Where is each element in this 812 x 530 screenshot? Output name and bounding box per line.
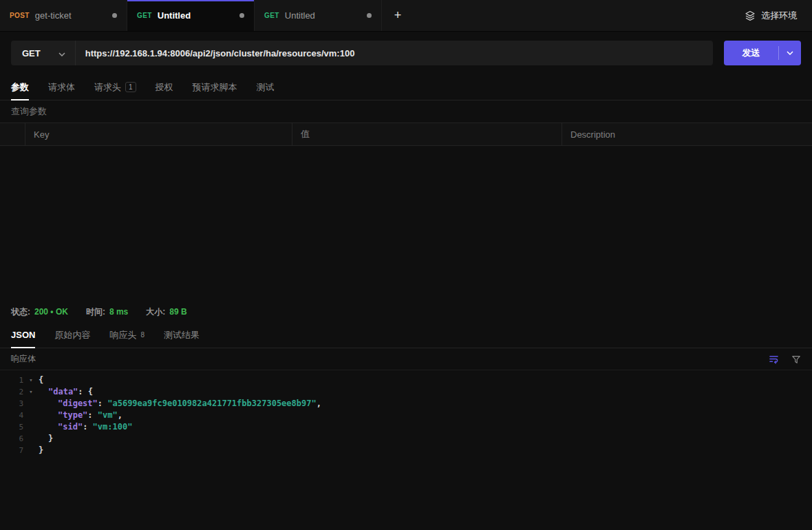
code-token: : <box>98 399 107 408</box>
request-tab[interactable]: 授权 <box>156 74 173 100</box>
editor-tab[interactable]: GETUntitled <box>255 0 382 31</box>
tab-title: get-ticket <box>35 10 107 21</box>
line-number: 4 <box>0 410 23 421</box>
fold-toggle-icon <box>23 398 39 410</box>
code-line-content: } <box>39 433 53 445</box>
send-button[interactable]: 发送 <box>724 47 778 59</box>
request-tab[interactable]: 预请求脚本 <box>193 74 237 100</box>
url-input[interactable] <box>76 41 713 65</box>
code-line: 5"sid": "vm:100" <box>0 421 812 433</box>
status-value: 200 • OK <box>34 307 68 317</box>
code-line-content: "data": { <box>39 386 93 398</box>
request-bar: GET 发送 <box>0 32 812 74</box>
status-time-item: 时间: 8 ms <box>86 306 128 318</box>
code-token: : <box>87 410 97 420</box>
response-tab-label: 测试结果 <box>164 329 200 341</box>
param-column-header: Key <box>25 123 292 145</box>
request-section-tabs: 参数请求体请求头1授权预请求脚本测试 <box>0 74 812 100</box>
code-token: "digest" <box>58 399 98 408</box>
request-tab[interactable]: 测试 <box>257 74 275 100</box>
fold-toggle-icon <box>23 433 39 445</box>
code-token: , <box>118 410 122 420</box>
code-line-content: "type": "vm", <box>39 410 122 421</box>
fold-toggle-icon <box>23 410 39 421</box>
code-token: "vm:100" <box>93 422 133 432</box>
tab-method-label: GET <box>264 12 279 19</box>
fold-toggle-icon[interactable]: ▾ <box>23 386 39 398</box>
request-tab-label: 授权 <box>156 81 173 94</box>
response-tab-label: JSON <box>11 330 35 340</box>
response-tab[interactable]: JSON <box>11 322 35 348</box>
request-tab[interactable]: 参数 <box>11 74 29 100</box>
response-body-toolbar <box>769 354 801 364</box>
response-tab-label: 响应头 <box>109 329 136 341</box>
environment-selector-label: 选择环境 <box>761 10 797 22</box>
line-number: 1 <box>0 374 23 386</box>
response-tab[interactable]: 响应头8 <box>109 322 145 348</box>
editor-tab[interactable]: POSTget-ticket <box>0 0 127 31</box>
param-column-header: Description <box>562 123 812 145</box>
response-tab[interactable]: 测试结果 <box>164 322 200 348</box>
code-token: : <box>83 422 92 432</box>
fold-toggle-icon <box>23 421 39 433</box>
response-section-tabs: JSON原始内容响应头8测试结果 <box>0 322 812 348</box>
fold-toggle-icon <box>23 445 39 456</box>
url-group: GET <box>11 41 713 65</box>
unsaved-indicator-dot <box>112 13 117 18</box>
query-params-title: 查询参数 <box>0 100 812 123</box>
editor-tab[interactable]: GETUntitled <box>127 0 255 31</box>
tab-title: Untitled <box>285 10 361 21</box>
response-body-bar: 响应体 <box>0 348 812 370</box>
request-tab-label: 测试 <box>257 81 275 94</box>
code-token: "a5699ea9fc9e010982a421771fbb327305ee8b9… <box>107 399 316 408</box>
response-tab[interactable]: 原始内容 <box>54 322 90 348</box>
tab-title: Untitled <box>158 10 234 21</box>
fold-toggle-icon[interactable]: ▾ <box>23 374 39 386</box>
code-token: { <box>88 387 93 396</box>
line-number: 2 <box>0 386 23 398</box>
code-token: "type" <box>58 410 87 420</box>
params-table-empty-area <box>0 146 812 301</box>
code-token: { <box>39 375 43 385</box>
code-token: , <box>317 399 321 408</box>
size-label: 大小: <box>146 306 165 318</box>
time-value: 8 ms <box>109 307 128 317</box>
method-select-value: GET <box>22 48 41 59</box>
status-label: 状态: <box>11 306 30 318</box>
send-options-button[interactable] <box>779 51 801 55</box>
code-line-content: { <box>39 374 43 386</box>
wrap-lines-icon[interactable] <box>769 354 779 364</box>
add-tab-button[interactable]: + <box>382 0 414 31</box>
request-tab[interactable]: 请求体 <box>48 74 75 100</box>
code-token: : <box>78 387 87 396</box>
code-line: 2▾"data": { <box>0 386 812 398</box>
code-token: } <box>48 434 53 443</box>
editor-tab-strip: POSTget-ticketGETUntitledGETUntitled <box>0 0 382 31</box>
line-number: 5 <box>0 421 23 433</box>
request-tab-badge: 1 <box>125 82 136 92</box>
status-size-item: 大小: 89 B <box>146 306 186 318</box>
method-select[interactable]: GET <box>11 41 76 65</box>
param-select-cell <box>0 123 25 145</box>
response-body-code: 1▾{2▾"data": {3"digest": "a5699ea9fc9e01… <box>0 370 812 530</box>
request-tab-label: 参数 <box>11 81 29 94</box>
response-tab-label: 原始内容 <box>54 329 90 341</box>
code-token: "data" <box>48 387 78 396</box>
request-tab-label: 请求体 <box>48 81 75 94</box>
environment-selector[interactable]: 选择环境 <box>729 0 812 31</box>
request-tab-label: 预请求脚本 <box>193 81 237 94</box>
status-code-item: 状态: 200 • OK <box>11 306 68 318</box>
chevron-down-icon <box>58 47 65 59</box>
filter-icon[interactable] <box>791 354 801 364</box>
code-token: } <box>39 445 43 455</box>
code-line-content: } <box>39 445 43 456</box>
request-tab[interactable]: 请求头1 <box>94 74 136 100</box>
response-status-bar: 状态: 200 • OK 时间: 8 ms 大小: 89 B <box>0 301 812 322</box>
code-line: 3"digest": "a5699ea9fc9e010982a421771fbb… <box>0 398 812 410</box>
code-token: "vm" <box>98 410 118 420</box>
code-token: "sid" <box>58 422 83 432</box>
time-label: 时间: <box>86 306 105 318</box>
editor-tab-bar: POSTget-ticketGETUntitledGETUntitled + 选… <box>0 0 812 32</box>
code-line: 4"type": "vm", <box>0 410 812 421</box>
response-tab-count: 8 <box>140 331 145 339</box>
